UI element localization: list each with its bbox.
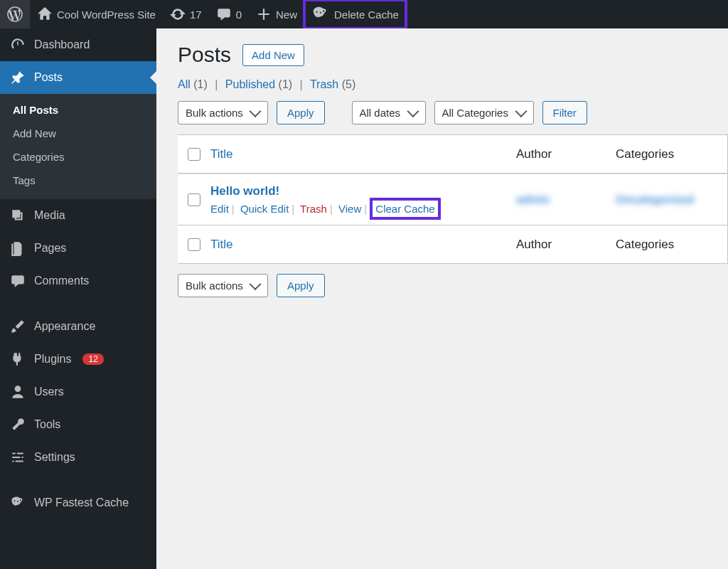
comments-menu[interactable]: 0: [209, 0, 249, 28]
select-all-checkbox-bottom[interactable]: [188, 238, 200, 251]
comment-icon: [216, 6, 232, 22]
filter-trash[interactable]: Trash: [310, 78, 338, 90]
sidebar-item-settings[interactable]: Settings: [0, 441, 156, 474]
sidebar-item-users[interactable]: Users: [0, 376, 156, 408]
submenu-add-new[interactable]: Add New: [0, 122, 156, 145]
row-action-clear-cache[interactable]: Clear Cache: [373, 201, 437, 217]
comments-icon: [10, 273, 26, 289]
column-categories-footer: Categories: [616, 238, 727, 252]
category-filter-select[interactable]: All Categories: [434, 101, 534, 124]
column-author-footer: Author: [516, 238, 616, 252]
tablenav-bottom: Bulk actions Apply: [178, 274, 728, 297]
site-name-label: Cool WordPress Site: [57, 9, 156, 21]
page-title: Posts: [178, 43, 231, 67]
brush-icon: [10, 319, 26, 334]
sidebar-item-dashboard[interactable]: Dashboard: [0, 28, 156, 61]
sidebar-item-media[interactable]: Media: [0, 199, 156, 232]
sidebar-item-plugins[interactable]: Plugins 12: [0, 343, 156, 376]
delete-cache-button[interactable]: Delete Cache: [304, 0, 406, 28]
pages-icon: [10, 240, 26, 256]
sidebar-item-label: Plugins: [34, 353, 71, 366]
sidebar-item-posts[interactable]: Posts: [0, 61, 156, 94]
cheetah-icon: [10, 495, 26, 511]
new-content-menu[interactable]: New: [249, 0, 304, 28]
updates-count: 17: [190, 9, 202, 21]
home-icon: [37, 6, 53, 22]
sidebar-item-label: Media: [34, 209, 65, 222]
sidebar-item-pages[interactable]: Pages: [0, 232, 156, 265]
media-icon: [10, 208, 26, 223]
submenu-all-posts[interactable]: All Posts: [0, 98, 156, 122]
plugins-update-badge: 12: [82, 353, 103, 365]
new-label: New: [276, 9, 297, 21]
cheetah-icon: [311, 5, 330, 23]
row-action-quick-edit[interactable]: Quick Edit: [240, 203, 289, 215]
column-title[interactable]: Title: [210, 147, 516, 161]
update-icon: [170, 6, 186, 22]
sidebar-item-appearance[interactable]: Appearance: [0, 310, 156, 343]
comments-count: 0: [236, 9, 242, 21]
bulk-actions-select-bottom[interactable]: Bulk actions: [178, 274, 268, 297]
filter-published[interactable]: Published: [225, 78, 275, 90]
pushpin-icon: [10, 70, 26, 85]
wp-logo-menu[interactable]: [0, 0, 30, 28]
sidebar-item-wpfc[interactable]: WP Fastest Cache: [0, 486, 156, 519]
tablenav-top: Bulk actions Apply All dates All Categor…: [178, 101, 728, 124]
sidebar-item-label: Users: [34, 385, 64, 398]
plus-icon: [256, 6, 272, 22]
column-categories: Categories: [616, 147, 727, 161]
post-status-filters: All (1) | Published (1) | Trash (5): [178, 78, 728, 91]
row-checkbox[interactable]: [188, 193, 200, 206]
sidebar-item-label: Settings: [34, 451, 75, 464]
sidebar-item-tools[interactable]: Tools: [0, 408, 156, 441]
admin-sidebar: Dashboard Posts All Posts Add New Catego…: [0, 28, 156, 569]
bulk-actions-select[interactable]: Bulk actions: [178, 101, 268, 124]
table-header: Title Author Categories: [178, 135, 727, 174]
row-action-trash[interactable]: Trash: [300, 203, 327, 215]
dashboard-icon: [10, 37, 26, 53]
select-all-checkbox[interactable]: [188, 148, 200, 161]
row-actions: Edit| Quick Edit| Trash| View| Clear Cac…: [210, 203, 516, 215]
apply-bulk-button-bottom[interactable]: Apply: [277, 274, 325, 297]
apply-bulk-button[interactable]: Apply: [277, 101, 325, 124]
post-title-link[interactable]: Hello world!: [210, 184, 279, 198]
row-action-view[interactable]: View: [338, 203, 361, 215]
column-title-footer[interactable]: Title: [210, 238, 516, 252]
row-categories[interactable]: Uncategorized: [616, 193, 727, 206]
sidebar-item-label: Posts: [34, 71, 63, 84]
filter-all[interactable]: All: [178, 78, 191, 90]
content-area: Posts Add New All (1) | Published (1) | …: [156, 28, 728, 569]
table-footer: Title Author Categories: [178, 225, 727, 263]
sidebar-item-label: WP Fastest Cache: [34, 496, 129, 509]
posts-submenu: All Posts Add New Categories Tags: [0, 94, 156, 199]
column-author: Author: [516, 147, 616, 161]
plug-icon: [10, 351, 26, 367]
filter-button[interactable]: Filter: [542, 101, 587, 124]
wordpress-logo-icon: [7, 6, 23, 22]
sidebar-item-comments[interactable]: Comments: [0, 265, 156, 297]
table-row: Hello world! Edit| Quick Edit| Trash| Vi…: [178, 174, 727, 225]
user-icon: [10, 384, 26, 400]
row-action-edit[interactable]: Edit: [210, 203, 229, 215]
row-author[interactable]: admin: [516, 193, 616, 206]
delete-cache-label: Delete Cache: [334, 9, 399, 21]
sliders-icon: [10, 450, 26, 465]
site-name-menu[interactable]: Cool WordPress Site: [30, 0, 163, 28]
updates-menu[interactable]: 17: [163, 0, 209, 28]
sidebar-item-label: Tools: [34, 418, 60, 431]
add-new-button[interactable]: Add New: [242, 44, 304, 66]
admin-bar: Cool WordPress Site 17 0 New Delete Cach…: [0, 0, 728, 28]
sidebar-item-label: Comments: [34, 275, 89, 287]
wrench-icon: [10, 417, 26, 432]
submenu-tags[interactable]: Tags: [0, 169, 156, 192]
submenu-categories[interactable]: Categories: [0, 145, 156, 169]
date-filter-select[interactable]: All dates: [352, 101, 426, 124]
sidebar-item-label: Pages: [34, 242, 66, 255]
sidebar-item-label: Appearance: [34, 320, 95, 333]
posts-table: Title Author Categories Hello world! Edi…: [178, 134, 728, 264]
sidebar-item-label: Dashboard: [34, 38, 90, 51]
